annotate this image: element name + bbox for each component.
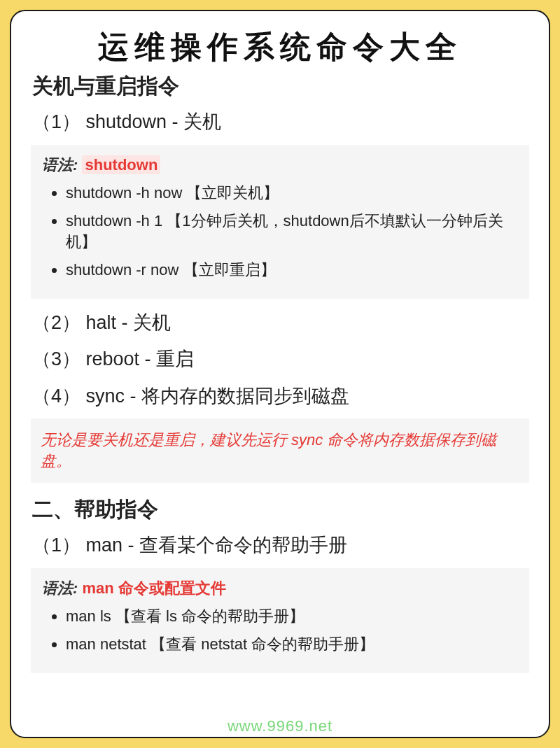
syntax-line: 语法: man 命令或配置文件 <box>42 578 518 599</box>
list-item: shutdown -r now 【立即重启】 <box>66 260 518 281</box>
page-title: 运维操作系统命令大全 <box>32 27 528 68</box>
entry-halt: （2） halt - 关机 <box>32 309 528 337</box>
list-item: man netstat 【查看 netstat 命令的帮助手册】 <box>66 634 518 655</box>
entry-shutdown: （1） shutdown - 关机 <box>32 108 528 136</box>
watermark: www.9969.net <box>11 717 549 735</box>
shutdown-syntax-block: 语法: shutdown shutdown -h now 【立即关机】 shut… <box>31 145 529 299</box>
syntax-command: shutdown <box>82 155 160 174</box>
section-shutdown-heading: 关机与重启指令 <box>32 72 528 101</box>
shutdown-bullet-list: shutdown -h now 【立即关机】 shutdown -h 1 【1分… <box>42 183 518 281</box>
section-help-heading: 二、帮助指令 <box>32 495 528 524</box>
document-card: 运维操作系统命令大全 关机与重启指令 （1） shutdown - 关机 语法:… <box>10 10 550 738</box>
syntax-label: 语法: <box>42 579 82 597</box>
syntax-label: 语法: <box>42 156 82 174</box>
list-item: man ls 【查看 ls 命令的帮助手册】 <box>66 606 518 627</box>
syntax-command: man 命令或配置文件 <box>82 579 225 597</box>
man-bullet-list: man ls 【查看 ls 命令的帮助手册】 man netstat 【查看 n… <box>42 606 518 655</box>
sync-note-block: 无论是要关机还是重启，建议先运行 sync 命令将内存数据保存到磁盘。 <box>31 418 529 483</box>
note-text: 无论是要关机还是重启，建议先运行 sync 命令将内存数据保存到磁盘。 <box>41 430 519 472</box>
entry-man: （1） man - 查看某个命令的帮助手册 <box>32 531 528 560</box>
entry-sync: （4） sync - 将内存的数据同步到磁盘 <box>32 382 528 411</box>
list-item: shutdown -h 1 【1分钟后关机，shutdown后不填默认一分钟后关… <box>66 211 518 253</box>
entry-reboot: （3） reboot - 重启 <box>32 345 528 374</box>
list-item: shutdown -h now 【立即关机】 <box>66 183 518 204</box>
man-syntax-block: 语法: man 命令或配置文件 man ls 【查看 ls 命令的帮助手册】 m… <box>31 568 529 673</box>
syntax-line: 语法: shutdown <box>42 155 518 176</box>
